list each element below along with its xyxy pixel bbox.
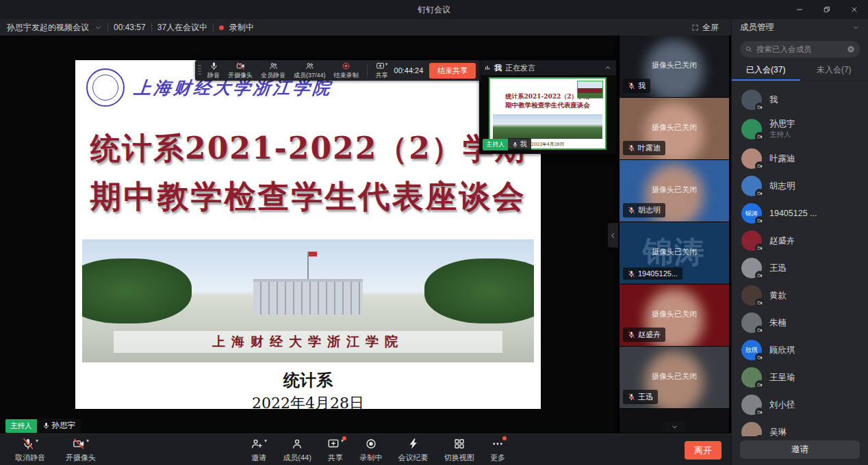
member-row[interactable]: 王呈瑜: [741, 364, 868, 391]
restore-icon: [823, 5, 831, 14]
clear-search-icon[interactable]: [847, 45, 855, 53]
notification-dot: [342, 436, 346, 440]
camera-badge-icon: [757, 245, 763, 251]
member-row[interactable]: 赵盛卉: [741, 227, 868, 254]
self-name-badge: 我: [508, 138, 531, 150]
participant-name-badge: 王迅: [623, 390, 658, 404]
video-tile[interactable]: 锦涛摄像头已关闭19405125...: [620, 222, 729, 284]
member-row[interactable]: 叶露迪: [741, 145, 868, 172]
video-tile[interactable]: 摄像头已关闭王迅: [620, 347, 729, 409]
button-label: 录制中: [359, 453, 382, 463]
toolbar-mic-muted-button[interactable]: ▾取消静音: [15, 438, 45, 463]
tab-joined[interactable]: 已入会(37): [732, 60, 800, 80]
member-panel: 成员管理 已入会(37) 未入会(7) 我孙思宇主持人叶露迪胡志明锦涛19405…: [731, 19, 868, 465]
gate-sign: 上海财经大学浙江学院: [114, 331, 502, 353]
member-row[interactable]: 欣琪顾欣琪: [741, 336, 868, 364]
member-row[interactable]: 黄款: [741, 282, 868, 309]
share-toolbar-mic-button[interactable]: 静音: [207, 62, 220, 80]
university-emblem: [86, 68, 125, 107]
mic-muted-icon: [628, 270, 635, 278]
member-name: 王呈瑜: [769, 373, 795, 383]
collapse-strip-button[interactable]: [608, 223, 618, 248]
meeting-title[interactable]: 孙思宇发起的视频会议: [7, 22, 89, 34]
member-row[interactable]: 孙思宇主持人: [741, 114, 868, 145]
close-button[interactable]: [841, 0, 868, 19]
video-tile[interactable]: 摄像头已关闭胡志明: [620, 160, 729, 222]
caret-down-icon: ▾: [385, 62, 388, 67]
fullscreen-icon[interactable]: [691, 24, 699, 31]
participant-name: 叶露迪: [638, 143, 661, 153]
host-badge: 主持人: [5, 419, 37, 433]
toolbar-person-add-button[interactable]: ▾邀请: [251, 438, 267, 463]
slide-title: 统计系2021-2022（2）学期 期中教学检查学生代表座谈会: [75, 129, 541, 218]
camera-off-text: 摄像头已关闭: [620, 309, 729, 319]
member-name: 胡志明: [769, 181, 795, 191]
mic-icon: [209, 62, 218, 70]
leave-button[interactable]: 离开: [685, 441, 722, 460]
end-share-button[interactable]: 结束共享: [429, 63, 476, 79]
self-preview-window[interactable]: 我 正在发言 统计系2021-2022（2）学期 期中教学检查学生代表座谈会 2…: [479, 60, 616, 154]
toolbar-grid-button[interactable]: 切换视图: [444, 438, 474, 463]
member-search[interactable]: [740, 41, 860, 57]
camera-badge-icon: [757, 328, 763, 333]
member-row[interactable]: 朱楠: [741, 309, 868, 336]
collapse-preview-icon[interactable]: [604, 64, 611, 71]
slide-title-line1: 统计系2021-2022（2）学期: [75, 129, 541, 169]
toolbar-camera-off-button[interactable]: ▾开摄像头: [66, 438, 96, 463]
member-row[interactable]: 我: [741, 86, 868, 114]
invite-button[interactable]: 邀请: [740, 440, 860, 459]
video-tile[interactable]: 摄像头已关闭我: [620, 36, 729, 98]
video-tile-partial[interactable]: [620, 409, 729, 433]
member-row[interactable]: 胡志明: [741, 172, 868, 200]
toolbar-flash-button[interactable]: 会议纪要: [398, 438, 429, 463]
share-toolbar-record-red-button[interactable]: 结束录制: [334, 62, 359, 80]
expand-strip-button[interactable]: [663, 422, 686, 431]
camera-off-icon: [73, 438, 85, 450]
share-toolbar-people-button[interactable]: 全员静音: [261, 62, 285, 80]
participant-name-badge: 胡志明: [623, 203, 665, 217]
camera-off-text: 摄像头已关闭: [620, 185, 729, 195]
avatar: [741, 230, 762, 251]
toolbar-monitor-plus-button[interactable]: ▾共享: [327, 438, 344, 463]
gate-sign-text: 上海财经大学浙江学院: [212, 334, 404, 349]
share-toolbar-camera-off-button[interactable]: 开摄像头: [228, 62, 253, 80]
speaking-status: 正在发言: [505, 63, 535, 73]
tab-not-joined[interactable]: 未入会(7): [800, 60, 868, 80]
share-toolbar-people-button[interactable]: 成员(37/44): [294, 62, 326, 80]
meeting-timer: 00:43:57: [114, 23, 146, 32]
member-row[interactable]: 锦涛19405125 ...: [741, 200, 868, 227]
chevron-down-icon[interactable]: [94, 24, 102, 31]
slide-footer-date: 2022年4月28日: [75, 393, 541, 409]
member-row[interactable]: 王迅: [741, 254, 868, 282]
video-tile[interactable]: 摄像头已关闭赵盛卉: [620, 284, 729, 347]
search-input[interactable]: [756, 45, 843, 53]
participant-name-badge: 19405125...: [623, 267, 682, 280]
nested-preview: [577, 81, 603, 98]
toolbar-record-button[interactable]: 录制中: [359, 438, 382, 463]
window-titlebar: 钉钉会议: [0, 0, 868, 19]
speaker-name-badge: 孙思宇: [37, 418, 81, 433]
share-toolbar-monitor-plus-button[interactable]: ▾共享: [376, 62, 388, 80]
tree-left: [82, 258, 192, 323]
restore-button[interactable]: [813, 0, 841, 19]
tree-right: [424, 258, 534, 323]
camera-off-badge: [755, 326, 764, 334]
member-row[interactable]: 吴琳: [741, 418, 868, 436]
camera-off-badge: [755, 380, 764, 389]
minimize-button[interactable]: [786, 0, 813, 19]
drag-handle[interactable]: [198, 65, 201, 76]
member-row[interactable]: 刘小径: [741, 391, 868, 418]
button-label: 全员静音: [261, 71, 285, 80]
meeting-info-bar: 孙思宇发起的视频会议 00:43:57 37人在会议中 录制中 全屏: [0, 19, 731, 36]
presentation-slide: 上海财经大学浙江学院 统计系2021-2022（2）学期 期中教学检查学生代表座…: [75, 60, 541, 409]
video-tile[interactable]: 摄像头已关闭叶露迪: [620, 98, 729, 160]
fullscreen-label[interactable]: 全屏: [702, 22, 719, 34]
camera-badge-icon: [757, 163, 763, 169]
speaker-name: 孙思宇: [52, 421, 76, 431]
audio-video-controls: ▾取消静音▾开摄像头: [15, 438, 96, 463]
person-icon: [291, 438, 303, 450]
toolbar-person-button[interactable]: 成员(44): [283, 438, 311, 463]
toolbar-more-button[interactable]: 更多: [490, 438, 505, 463]
chevron-down-icon[interactable]: [852, 24, 860, 31]
active-speaker-badge: 主持人 孙思宇: [5, 418, 81, 433]
